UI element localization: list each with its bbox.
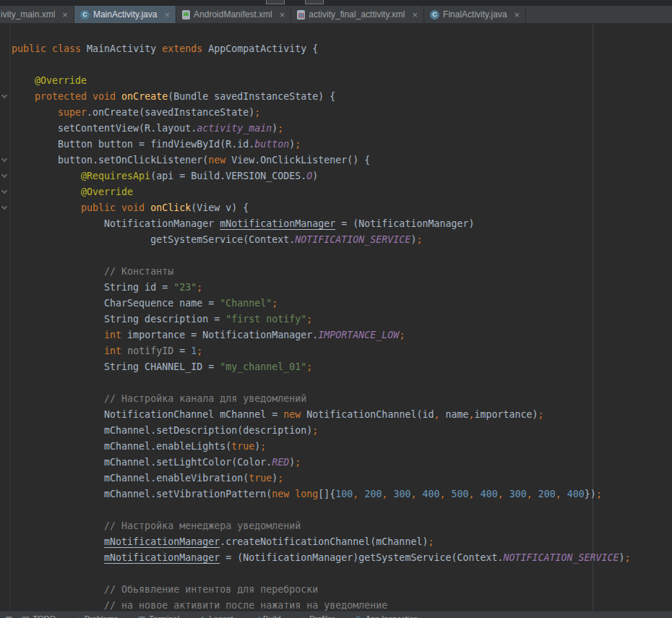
code-line[interactable]: // Обьявление интентов для переброски: [10, 582, 672, 598]
code-token: }): [585, 489, 596, 499]
code-token: 300: [393, 489, 410, 499]
class-file-icon: C: [80, 10, 90, 20]
fold-marker-icon[interactable]: [1, 172, 7, 178]
logcat-icon: ◆: [199, 614, 205, 618]
tab-label: AndroidManifest.xml: [194, 9, 272, 20]
toolwindow-app-inspection[interactable]: ◎App Inspection: [355, 614, 418, 618]
tab-mainactivity-java[interactable]: CMainActivity.java×: [74, 6, 176, 23]
toolwindow-label: Profiler: [309, 614, 335, 618]
tab-close-icon[interactable]: ×: [413, 10, 418, 20]
code-line[interactable]: mNotificationManager.createNotificationC…: [10, 534, 672, 550]
code-line[interactable]: mNotificationManager = (NotificationMana…: [10, 550, 672, 566]
code-token: ;: [277, 123, 283, 134]
code-line[interactable]: NotificationChannel mChannel = new Notif…: [10, 407, 672, 423]
code-token: 100: [335, 489, 353, 499]
code-line[interactable]: CharSequence name = "Channel";: [10, 296, 672, 312]
code-line[interactable]: // на новое активити после нажатия на ув…: [10, 598, 672, 611]
code-line[interactable]: int importance = NotificationManager.IMP…: [10, 327, 672, 343]
code-line[interactable]: String id = "23";: [10, 280, 672, 296]
toolwindow-todo[interactable]: ▤TODO: [22, 614, 56, 618]
code-token: AppCompatActivity {: [202, 43, 318, 54]
code-line[interactable]: super.onCreate(savedInstanceState);: [10, 105, 672, 121]
code-token: RED: [272, 457, 289, 468]
toolwindow-problems[interactable]: ●Problems: [76, 614, 118, 618]
code-line[interactable]: [10, 57, 672, 73]
code-token: = (NotificationManager): [335, 218, 474, 229]
code-line[interactable]: mChannel.enableVibration(true);: [10, 471, 672, 486]
fold-marker-icon[interactable]: [1, 188, 7, 194]
code-line[interactable]: protected void onCreate(Bundle savedInst…: [10, 89, 672, 105]
manifest-file-icon: [182, 10, 190, 20]
toolwindow-logcat[interactable]: ◆Logcat: [199, 614, 233, 618]
code-line[interactable]: public void onClick(View v) {: [10, 200, 672, 216]
code-token: NotificationManager: [12, 218, 220, 229]
code-line[interactable]: mChannel.setVibrationPattern(new long[]{…: [10, 486, 672, 502]
tab-ivity-main-xml[interactable]: ivity_main.xml×: [0, 6, 74, 23]
tab-label: FinalActivity.java: [443, 9, 507, 20]
code-line[interactable]: String description = "first notify";: [10, 312, 672, 327]
code-token: // Настройка канала для уведомлений: [12, 393, 306, 404]
toolwindow-terminal[interactable]: ▣Terminal: [138, 614, 179, 618]
code-token: @Override: [12, 186, 133, 197]
tab-androidmanifest-xml[interactable]: AndroidManifest.xml×: [176, 6, 291, 23]
code-token: notifyID: [127, 346, 173, 356]
code-line[interactable]: [10, 375, 672, 391]
code-editor[interactable]: public class MainActivity extends AppCom…: [0, 24, 672, 611]
tab-activity-final-acttivity-xml[interactable]: activity_final_acttivity.xml×: [291, 6, 424, 23]
code-line[interactable]: @Override: [10, 184, 672, 200]
tool-windows-icon[interactable]: ▦: [5, 614, 12, 618]
code-token: []{: [318, 489, 335, 499]
tab-close-icon[interactable]: ×: [62, 10, 68, 20]
problems-icon: ●: [76, 614, 81, 618]
code-token: [417, 489, 423, 499]
code-area[interactable]: public class MainActivity extends AppCom…: [10, 41, 672, 611]
code-line[interactable]: setContentView(R.layout.activity_main);: [10, 121, 672, 137]
toolwindow-profiler[interactable]: ◔Profiler: [301, 614, 335, 618]
toolwindow-label: Terminal: [150, 614, 180, 618]
code-token: NotificationChannel mChannel =: [12, 409, 283, 420]
toolbar-fragment: [305, 0, 324, 4]
tab-close-icon[interactable]: ×: [514, 10, 520, 20]
terminal-icon: ▣: [138, 614, 145, 618]
fold-marker-icon[interactable]: [1, 156, 7, 162]
code-token: ): [312, 171, 318, 181]
toolwindow-build[interactable]: ◢Build: [254, 614, 281, 618]
code-line[interactable]: @RequiresApi(api = Build.VERSION_CODES.O…: [10, 168, 672, 184]
code-token: button: [254, 139, 289, 150]
code-token: ;: [197, 346, 202, 356]
code-line[interactable]: NotificationManager mNotificationManager…: [10, 216, 672, 232]
code-line[interactable]: getSystemService(Context.NOTIFICATION_SE…: [10, 232, 672, 248]
code-line[interactable]: [10, 566, 672, 582]
code-line[interactable]: mChannel.setDescription(description);: [10, 423, 672, 439]
code-line[interactable]: [10, 502, 672, 518]
code-line[interactable]: mChannel.setLightColor(Color.RED);: [10, 455, 672, 471]
code-line[interactable]: button.setOnClickListener(new View.OnCli…: [10, 153, 672, 168]
toolbar-fragment: [266, 0, 285, 4]
code-line[interactable]: Button button = findViewById(R.id.button…: [10, 137, 672, 153]
code-line[interactable]: // Константы: [10, 264, 672, 280]
code-token: [12, 552, 104, 563]
code-line[interactable]: // Настройка менеджера уведомлений: [10, 518, 672, 534]
code-token: View.OnClickListener() {: [225, 155, 370, 166]
tab-close-icon[interactable]: ×: [280, 10, 285, 20]
code-token: ;: [197, 282, 202, 293]
code-line[interactable]: // Настройка канала для уведомлений: [10, 391, 672, 407]
code-line[interactable]: public class MainActivity extends AppCom…: [10, 41, 672, 57]
fold-marker-icon[interactable]: [1, 93, 7, 98]
tab-finalactivity-java[interactable]: CFinalActivity.java×: [424, 6, 526, 23]
toolwindow-label: Problems: [85, 614, 118, 618]
tab-close-icon[interactable]: ×: [164, 10, 170, 20]
code-line[interactable]: String CHANNEL_ID = "my_channel_01";: [10, 359, 672, 375]
code-token: ;: [277, 473, 283, 484]
toolwindow-label: TODO: [33, 614, 56, 618]
code-token: = (NotificationManager)getSystemService(…: [220, 552, 503, 563]
code-line[interactable]: mChannel.enableLights(true);: [10, 439, 672, 455]
code-line[interactable]: @Override: [10, 73, 672, 89]
code-line[interactable]: [10, 248, 672, 264]
profiler-icon: ◔: [301, 614, 306, 618]
code-token: true: [249, 473, 272, 484]
fold-marker-icon[interactable]: [1, 204, 7, 210]
code-line[interactable]: int notifyID = 1;: [10, 343, 672, 359]
code-token: new long: [272, 489, 318, 499]
code-token: mNotificationManager: [104, 552, 220, 563]
